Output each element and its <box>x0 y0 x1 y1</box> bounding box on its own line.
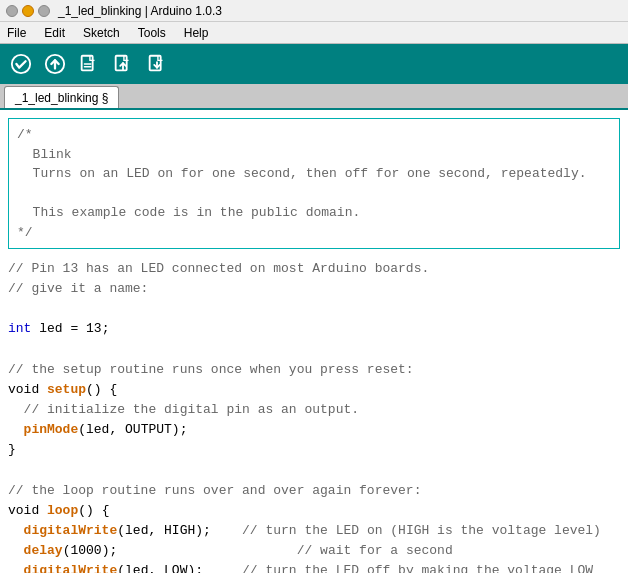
open-button[interactable] <box>108 49 138 79</box>
menu-tools[interactable]: Tools <box>135 25 169 41</box>
menu-help[interactable]: Help <box>181 25 212 41</box>
comment-text: /* Blink Turns on an LED on for one seco… <box>17 125 611 242</box>
menu-bar: File Edit Sketch Tools Help <box>0 22 628 44</box>
tab-bar: _1_led_blinking § <box>0 84 628 110</box>
upload-button[interactable] <box>40 49 70 79</box>
menu-sketch[interactable]: Sketch <box>80 25 123 41</box>
svg-point-0 <box>12 55 30 73</box>
code-area[interactable]: /* Blink Turns on an LED on for one seco… <box>0 110 628 573</box>
svg-rect-8 <box>150 56 161 71</box>
title-icons <box>6 5 50 17</box>
toolbar <box>0 44 628 84</box>
window-title: _1_led_blinking | Arduino 1.0.3 <box>58 4 222 18</box>
save-button[interactable] <box>142 49 172 79</box>
comment-block: /* Blink Turns on an LED on for one seco… <box>8 118 620 249</box>
comment-line: /* Blink Turns on an LED on for one seco… <box>17 127 587 240</box>
menu-edit[interactable]: Edit <box>41 25 68 41</box>
code-lines: // Pin 13 has an LED connected on most A… <box>8 259 620 573</box>
verify-button[interactable] <box>6 49 36 79</box>
new-button[interactable] <box>74 49 104 79</box>
svg-rect-6 <box>116 56 127 71</box>
menu-file[interactable]: File <box>4 25 29 41</box>
minimize-circle[interactable] <box>22 5 34 17</box>
title-bar: _1_led_blinking | Arduino 1.0.3 <box>0 0 628 22</box>
maximize-circle[interactable] <box>38 5 50 17</box>
tab-label: _1_led_blinking § <box>15 91 108 105</box>
tab-sketch[interactable]: _1_led_blinking § <box>4 86 119 108</box>
svg-rect-3 <box>82 56 93 71</box>
code-body: // Pin 13 has an LED connected on most A… <box>0 257 628 573</box>
close-circle[interactable] <box>6 5 18 17</box>
